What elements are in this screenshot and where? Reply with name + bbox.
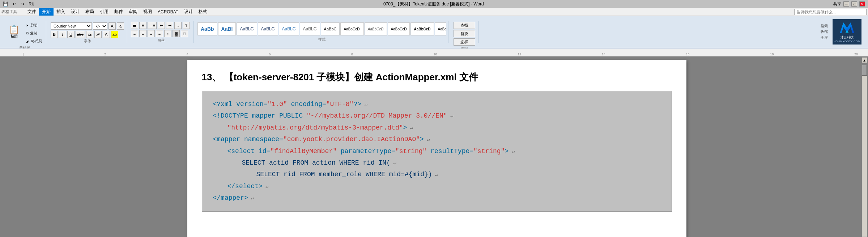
format-painter-label: 格式刷 [31, 39, 42, 44]
scrollbar-track[interactable] [861, 64, 867, 237]
align-left-button[interactable]: ≡ [131, 30, 138, 37]
style-subtitle[interactable]: AaBbC [321, 22, 340, 35]
right-panel-collapse[interactable]: 收缩 [821, 29, 828, 34]
bold-button[interactable]: B [51, 31, 58, 38]
paste-button[interactable]: 📋 粘贴 [5, 24, 23, 42]
menu-file[interactable]: 文件 [25, 8, 39, 16]
paste-label: 粘贴 [10, 34, 18, 39]
subscript-button[interactable]: x₂ [86, 31, 93, 38]
left-sidebar [0, 56, 13, 237]
menu-format[interactable]: 格式 [196, 8, 210, 16]
share-label[interactable]: 共享 [833, 1, 841, 7]
menu-bar: 表格工具 文件 开始 插入 设计 布局 引用 邮件 审阅 视图 ACROBAT … [0, 8, 868, 16]
highlight-button[interactable]: ab [111, 31, 118, 38]
close-button[interactable]: ✕ [859, 1, 865, 7]
style-h3[interactable]: AaBbC [258, 22, 278, 35]
menu-design2[interactable]: 设计 [181, 8, 196, 16]
doc-area: 13、 【token-server-8201 子模块】创建 ActionMapp… [0, 56, 868, 237]
copy-label: 复制 [30, 31, 37, 36]
numbered-list-button[interactable]: ≡ [139, 22, 146, 29]
format-painter-icon: 🖌 [26, 39, 30, 43]
style-h1[interactable]: AaBI [218, 22, 236, 35]
menu-references[interactable]: 引用 [97, 8, 111, 16]
font-label: 字体 [84, 39, 91, 44]
search-input[interactable] [794, 9, 867, 15]
code-block[interactable]: <?xml version="1.0" encoding="UTF-8"?> ↵… [202, 91, 672, 212]
restore-button[interactable]: ▭ [851, 1, 857, 7]
redo-icon[interactable]: ↪ [21, 1, 24, 7]
align-right-button[interactable]: ≡ [148, 30, 155, 37]
minimize-button[interactable]: ─ [843, 1, 849, 7]
increase-font-button[interactable]: A [109, 22, 116, 30]
menu-view[interactable]: 视图 [140, 8, 155, 16]
menu-insert[interactable]: 插入 [54, 8, 68, 16]
superscript-button[interactable]: x² [94, 31, 102, 38]
decrease-font-button[interactable]: a [117, 22, 124, 30]
scrollbar-up-button[interactable]: ▲ [861, 57, 867, 63]
paste-icon: 📋 [10, 26, 18, 34]
decrease-indent-button[interactable]: ⇤ [158, 22, 165, 29]
code-line-9: </mapper> ↵ [213, 192, 661, 204]
menu-review[interactable]: 审阅 [126, 8, 140, 16]
style-normal[interactable]: AaBb [197, 22, 217, 35]
show-marks-button[interactable]: ¶ [183, 22, 190, 29]
style-strong[interactable]: AaBbCcD [410, 22, 434, 35]
find-button[interactable]: 查找 [454, 22, 475, 29]
cut-icon: ✂ [26, 24, 29, 27]
style-gallery: AaBb AaBI AaBbC AaBbC AaBbC AaBbC AaBbC … [197, 22, 446, 36]
scrollbar-thumb[interactable] [862, 65, 867, 76]
code-line-2: <!DOCTYPE mapper PUBLIC "-//mybatis.org/… [213, 110, 661, 122]
font-size-select[interactable]: 小五 五号 [93, 22, 107, 30]
font-group: Courier New 小五 五号 A a B I U abc x₂ x² [48, 21, 127, 43]
menu-mail[interactable]: 邮件 [111, 8, 126, 16]
text-color-button[interactable]: A [103, 31, 110, 38]
ribbon-content: 📋 粘贴 ✂ 剪切 ⧉ 复制 🖌 格式刷 [0, 16, 868, 48]
menu-acrobat[interactable]: ACROBAT [155, 9, 181, 15]
format-painter-button[interactable]: 🖌 格式刷 [24, 38, 44, 45]
multilevel-list-button[interactable]: ⋮≡ [148, 22, 157, 29]
shading-button[interactable]: ▓ [173, 30, 180, 37]
align-center-button[interactable]: ≡ [139, 30, 146, 37]
paragraph-label: 段落 [158, 38, 165, 43]
line-spacing-button[interactable]: ↕ [164, 30, 171, 37]
menu-layout[interactable]: 布局 [82, 8, 97, 16]
code-line-4: <mapper namespace="com.yootk.provider.da… [213, 134, 661, 145]
styles-group: AaBb AaBI AaBbC AaBbC AaBbC AaBbC AaBbC … [195, 21, 448, 43]
section-title: 【token-server-8201 子模块】创建 ActionMapper.x… [224, 72, 478, 82]
menu-design[interactable]: 设计 [68, 8, 82, 16]
ribbon: 📋 粘贴 ✂ 剪切 ⧉ 复制 🖌 格式刷 [0, 16, 868, 48]
sort-button[interactable]: ↕ [174, 22, 182, 29]
italic-button[interactable]: I [59, 31, 66, 38]
right-panel-search[interactable]: 搜索 [821, 24, 828, 29]
bullet-list-button[interactable]: ☰ [131, 22, 138, 29]
strikethrough-button[interactable]: abc [76, 31, 85, 38]
style-quote[interactable]: AaBbCcD [365, 22, 387, 35]
title-bar: 💾 ↩ ↪ Rit 0703_【素材】TokenU证服务.doc [兼容模式] … [0, 0, 868, 8]
section-heading: 13、 【token-server-8201 子模块】创建 ActionMapp… [202, 71, 672, 84]
menu-home[interactable]: 开始 [39, 8, 54, 16]
undo-icon[interactable]: ↩ [13, 1, 16, 7]
cut-button[interactable]: ✂ 剪切 [24, 22, 44, 29]
right-panel-fullscreen[interactable]: 全屏 [821, 35, 828, 40]
border-button[interactable]: □ [181, 30, 188, 37]
style-body[interactable]: AaBbCcDi [340, 22, 363, 35]
select-button[interactable]: 选择 [454, 38, 475, 46]
style-intense[interactable]: AaBbCcD [388, 22, 410, 35]
style-h2[interactable]: AaBbC [237, 22, 257, 35]
logo-svg [838, 21, 856, 35]
style-ref[interactable]: AaBbCcD [435, 22, 446, 35]
underline-button[interactable]: U [67, 31, 75, 38]
increase-indent-button[interactable]: ⇥ [166, 22, 173, 29]
title-bar-right: 共享 ─ ▭ ✕ [833, 1, 865, 7]
code-line-5: <select id="findAllByMember" parameterTy… [227, 145, 661, 157]
font-name-select[interactable]: Courier New [51, 22, 92, 30]
logo-area: 搜索 收缩 全屏 沐言科技 WW [821, 19, 865, 45]
title-bar-center: 0703_【素材】TokenU证服务.doc [兼容模式] - Word [34, 1, 833, 7]
quick-save-icon[interactable]: 💾 [3, 1, 8, 7]
justify-button[interactable]: ≡ [156, 30, 163, 37]
window-title: 0703_【素材】TokenU证服务.doc [兼容模式] - Word [383, 1, 484, 7]
replace-button[interactable]: 替换 [454, 30, 475, 37]
copy-button[interactable]: ⧉ 复制 [24, 30, 44, 37]
style-h5[interactable]: AaBbC [300, 22, 320, 35]
style-h4[interactable]: AaBbC [279, 22, 299, 35]
